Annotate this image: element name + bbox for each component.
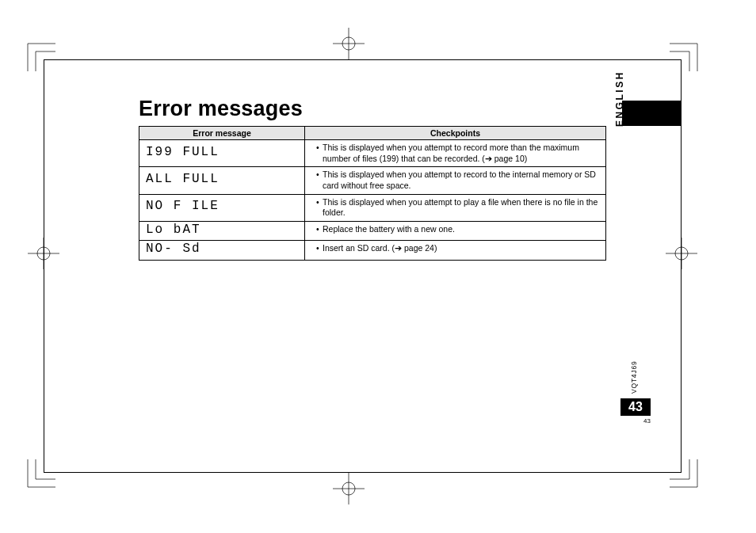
table-row: Lo bAT Replace the battery with a new on… bbox=[139, 221, 606, 241]
checkpoint-text: Replace the battery with a new one. bbox=[316, 224, 601, 235]
error-message-text: Lo bAT bbox=[139, 221, 305, 241]
page-number-small: 43 bbox=[643, 417, 651, 424]
page-title: Error messages bbox=[139, 97, 606, 121]
checkpoint-cell: This is displayed when you attempt to re… bbox=[305, 167, 606, 194]
error-message-text: NO F ILE bbox=[139, 194, 305, 221]
table-row: NO- Sd Insert an SD card. (➔ page 24) bbox=[139, 241, 606, 261]
checkpoint-cell: This is displayed when you attempt to pl… bbox=[305, 194, 606, 221]
side-tab bbox=[622, 101, 682, 126]
table-header-checkpoints: Checkpoints bbox=[305, 127, 606, 140]
table-row: ALL FULL This is displayed when you atte… bbox=[139, 167, 606, 194]
registration-mark-icon bbox=[28, 238, 59, 269]
checkpoint-cell: Replace the battery with a new one. bbox=[305, 221, 606, 241]
error-message-text: NO- Sd bbox=[139, 241, 305, 261]
page-number: 43 bbox=[620, 398, 651, 416]
checkpoint-text: This is displayed when you attempt to re… bbox=[316, 143, 601, 164]
checkpoint-cell: This is displayed when you attempt to re… bbox=[305, 140, 606, 167]
table-header-message: Error message bbox=[139, 127, 305, 140]
error-message-text: I99 FULL bbox=[139, 140, 305, 167]
crop-mark-icon bbox=[670, 459, 717, 507]
checkpoint-text: This is displayed when you attempt to pl… bbox=[316, 197, 601, 219]
error-message-text: ALL FULL bbox=[139, 167, 305, 194]
error-messages-table: Error message Checkpoints I99 FULL This … bbox=[139, 126, 606, 261]
registration-mark-icon bbox=[666, 238, 697, 269]
crop-mark-icon bbox=[670, 24, 717, 71]
document-code: VQT4J69 bbox=[630, 360, 638, 394]
language-label: ENGLISH bbox=[614, 70, 625, 127]
crop-mark-icon bbox=[8, 459, 55, 507]
content-area: Error messages Error message Checkpoints… bbox=[139, 97, 606, 261]
table-row: I99 FULL This is displayed when you atte… bbox=[139, 140, 606, 167]
checkpoint-text: This is displayed when you attempt to re… bbox=[316, 169, 601, 191]
table-row: NO F ILE This is displayed when you atte… bbox=[139, 194, 606, 221]
checkpoint-cell: Insert an SD card. (➔ page 24) bbox=[305, 241, 606, 261]
registration-mark-icon bbox=[333, 28, 365, 59]
crop-mark-icon bbox=[8, 24, 55, 71]
registration-mark-icon bbox=[333, 473, 365, 504]
checkpoint-text: Insert an SD card. (➔ page 24) bbox=[316, 243, 601, 254]
